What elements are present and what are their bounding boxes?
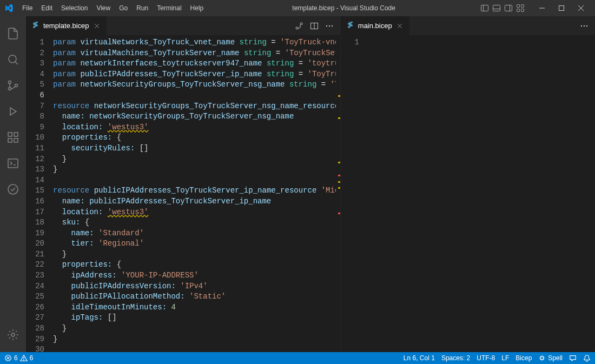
svg-rect-9: [521, 9, 524, 12]
tabs-right: main.bicep: [341, 16, 595, 35]
svg-point-24: [8, 184, 18, 194]
svg-point-33: [329, 25, 330, 26]
menu-go[interactable]: Go: [115, 3, 131, 14]
status-eol[interactable]: LF: [501, 354, 509, 362]
activity-terminal-icon[interactable]: [0, 150, 26, 176]
more-actions-icon[interactable]: [324, 21, 335, 31]
activity-source-control-icon[interactable]: [0, 72, 26, 98]
vscode-logo-icon: [4, 4, 13, 12]
svg-point-37: [581, 25, 582, 26]
svg-point-38: [584, 25, 585, 26]
titlebar: FileEditSelectionViewGoRunTerminalHelp t…: [0, 0, 595, 16]
tabs-left: template.bicep: [26, 16, 340, 35]
svg-rect-11: [559, 6, 564, 11]
status-feedback-icon[interactable]: [569, 354, 577, 362]
editor-right[interactable]: 1: [341, 35, 595, 352]
menu-selection[interactable]: Selection: [57, 3, 91, 14]
activity-search-icon[interactable]: [0, 47, 26, 72]
svg-point-14: [9, 55, 16, 63]
close-window-icon[interactable]: [571, 0, 591, 16]
menu-run[interactable]: Run: [133, 3, 152, 14]
statusbar: 6 6 Ln 6, Col 1 Spaces: 2 UTF-8 LF Bicep…: [0, 352, 595, 364]
svg-point-34: [332, 25, 333, 26]
svg-point-17: [9, 88, 11, 90]
svg-point-16: [9, 81, 11, 84]
close-icon[interactable]: [92, 22, 101, 30]
layout-sidebar-left-icon[interactable]: [480, 4, 489, 12]
error-count: 6: [14, 354, 18, 362]
tab-template-bicep[interactable]: template.bicep: [26, 16, 107, 35]
activity-extensions-icon[interactable]: [0, 124, 26, 150]
svg-point-44: [23, 360, 24, 360]
editor-left[interactable]: 1234567891011121314151617181920212223242…: [26, 35, 340, 352]
menu-file[interactable]: File: [18, 3, 36, 14]
tab-main-bicep[interactable]: main.bicep: [341, 16, 410, 35]
status-language[interactable]: Bicep: [515, 354, 532, 362]
svg-line-15: [15, 62, 18, 64]
menu-view[interactable]: View: [92, 3, 114, 14]
status-spell[interactable]: Spell: [538, 354, 563, 362]
layout-panel-icon[interactable]: [492, 4, 501, 12]
menu-terminal[interactable]: Terminal: [153, 3, 185, 14]
compare-icon[interactable]: [294, 21, 305, 31]
close-icon[interactable]: [395, 22, 404, 30]
editor-group-left: template.bicep 1234567891011121314151617…: [26, 16, 341, 352]
svg-rect-19: [8, 133, 12, 136]
svg-rect-23: [8, 159, 18, 168]
warning-count: 6: [30, 354, 34, 362]
status-cursor-position[interactable]: Ln 6, Col 1: [404, 354, 435, 362]
activity-settings-gear-icon[interactable]: [0, 322, 26, 348]
menu-edit[interactable]: Edit: [37, 3, 56, 14]
svg-point-25: [11, 333, 15, 336]
activitybar: [0, 16, 26, 352]
svg-point-18: [15, 84, 18, 87]
svg-rect-20: [8, 138, 12, 142]
menubar: FileEditSelectionViewGoRunTerminalHelp: [18, 3, 207, 14]
svg-rect-22: [14, 133, 18, 136]
bicep-file-icon: [31, 22, 40, 30]
tab-label: main.bicep: [358, 22, 392, 30]
svg-point-28: [296, 27, 298, 29]
status-encoding[interactable]: UTF-8: [477, 354, 495, 362]
more-actions-icon[interactable]: [579, 21, 590, 31]
svg-point-39: [586, 25, 587, 26]
svg-point-45: [541, 356, 544, 359]
activity-explorer-icon[interactable]: [0, 21, 26, 47]
svg-rect-4: [505, 5, 512, 11]
editor-group-right: main.bicep 1: [341, 16, 595, 352]
window-title: template.bicep - Visual Studio Code: [207, 4, 480, 12]
split-editor-icon[interactable]: [309, 21, 320, 31]
tab-label: template.bicep: [43, 22, 89, 30]
svg-point-32: [326, 25, 327, 26]
activity-testing-icon[interactable]: [0, 176, 26, 202]
activity-run-debug-icon[interactable]: [0, 98, 26, 124]
svg-rect-0: [481, 5, 488, 11]
layout-customize-icon[interactable]: [516, 4, 525, 12]
status-notifications-icon[interactable]: [583, 354, 591, 362]
svg-rect-21: [14, 138, 18, 142]
minimize-window-icon[interactable]: [532, 0, 552, 16]
layout-sidebar-right-icon[interactable]: [504, 4, 513, 12]
menu-help[interactable]: Help: [187, 3, 208, 14]
svg-rect-7: [521, 5, 524, 8]
status-indent[interactable]: Spaces: 2: [441, 354, 470, 362]
svg-point-29: [300, 23, 302, 25]
status-problems[interactable]: 6 6: [4, 354, 33, 362]
svg-rect-6: [517, 5, 520, 8]
svg-rect-2: [493, 5, 500, 11]
titlebar-right: [480, 0, 591, 16]
svg-rect-8: [517, 9, 520, 12]
maximize-window-icon[interactable]: [552, 0, 571, 16]
bicep-file-icon: [346, 22, 355, 30]
